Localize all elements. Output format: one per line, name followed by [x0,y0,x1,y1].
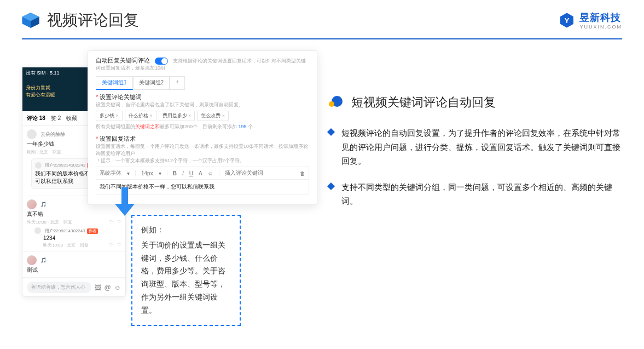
underline-icon[interactable]: U [189,170,193,176]
comment-text: 真不错 [27,210,121,218]
avatar [27,199,37,209]
comment-text: 测试 [27,266,121,274]
reply-desc: 设置回复话术，每回复一个用户评论只发送一条话术，最多支持设置10条不同话术，按添… [96,143,309,157]
italic-icon[interactable]: I [182,170,184,176]
avatar [34,227,41,234]
example-heading: 例如： [141,224,231,237]
svg-text:Y: Y [565,16,570,25]
brand-sub: YUUXIN.COM [579,24,622,30]
keyword-desc: 设置关键词，当评论里内容包含了以下关键词，则系统可自动回复。 [96,101,309,108]
keyword-hint: 所有关键词组里的关键词之和最多可添加200个，目前剩余可添加 195 个 [96,123,309,130]
brand-logo: Y 昱新科技 YUUXIN.COM [559,11,622,30]
tab-comments[interactable]: 评论 18 [27,115,45,122]
cube-logo-icon [22,13,39,28]
hex-logo-icon: Y [559,12,575,28]
tab-add[interactable]: + [170,76,185,90]
avatar [27,255,37,265]
tab-group-1[interactable]: 关键词组1 [96,76,133,90]
mention-icon[interactable]: @ [105,284,111,291]
tab-fav[interactable]: 收藏 [66,115,77,122]
keyword-label: 设置评论关键词 [96,93,309,101]
svg-point-8 [329,101,334,107]
tab-likes[interactable]: 赞 2 [51,115,61,122]
keyword-chip[interactable]: 什么价格 [125,111,156,121]
emoji-icon[interactable]: ☺ [208,170,213,176]
keyword-chip[interactable]: 多少钱 [96,111,123,121]
reply-avatar [35,162,42,169]
editor-toolbar: 系统字体▾ 14px▾ B I U A ☺ 插入评论关键词 🗑 [96,167,309,180]
image-icon[interactable]: 🖼 [95,284,101,291]
insert-keyword-button[interactable]: 插入评论关键词 [225,169,263,177]
bullet-icon [328,95,344,110]
settings-panel: 自动回复关键词评论 支持根据评论的关键词设置回复话术，可以针对不同类型关键词设置… [88,50,317,205]
auto-reply-toggle[interactable] [155,58,168,65]
point-text: 短视频评论的自动回复设置，为了提升作者的评论回复效率，在系统中针对常见的评论用户… [341,126,622,168]
section-title: 短视频关键词评论自动回复 [351,94,496,111]
font-select[interactable]: 系统字体 [100,169,121,177]
page-title: 视频评论回复 [47,10,139,31]
point-text: 支持不同类型的关键词分组，同一类问题，可设置多个相近的、高频的关键词。 [341,180,622,208]
comment-user: 🎵 [40,202,47,207]
panel-title: 自动回复关键词评论 [96,57,150,64]
keyword-chips: 多少钱 什么价格 费用是多少 怎么收费 [96,111,309,121]
comment-user: 云朵的赫赫 [40,131,65,137]
author-badge: 作者 [87,228,98,234]
reply-tip: ！提示：一个富文本框最多支持512个字符，一个汉字占用2个字符。 [96,157,309,164]
comment-input-bar: 善语结善缘，恶言伤人心 🖼 @ ☺ [22,278,125,296]
diamond-bullet-icon [327,128,335,136]
heart-icon[interactable]: ♡ ♡ [109,242,121,248]
bold-icon[interactable]: B [173,170,177,176]
svg-rect-5 [121,187,128,204]
avatar [27,129,37,139]
keyword-chip[interactable]: 费用是多少 [159,111,195,121]
reply-label: 设置回复话术 [96,135,309,143]
arrow-down-icon [115,187,135,218]
svg-marker-6 [115,204,135,216]
tab-group-2[interactable]: 关键词组2 [133,76,170,90]
delete-icon[interactable]: 🗑 [300,170,305,176]
heart-icon[interactable]: ♡ ♡ [109,219,121,225]
comment-user: 🎵 [40,258,47,263]
emoji-icon[interactable]: ☺ [114,284,121,291]
comment-input[interactable]: 善语结善缘，恶言伤人心 [27,282,91,293]
color-icon[interactable]: A [199,170,202,176]
example-box: 例如： 关于询价的设置成一组关键词，多少钱、什么价格，费用多少等。关于咨询班型、… [131,215,241,326]
comment-item: 🎵 测试 [22,252,125,278]
brand-name: 昱新科技 [579,11,622,24]
example-body: 关于询价的设置成一组关键词，多少钱、什么价格，费用多少等。关于咨询班型、版本、型… [141,239,231,317]
diamond-bullet-icon [327,182,335,190]
keyword-chip[interactable]: 怎么收费 [197,111,229,121]
size-select[interactable]: 14px [141,170,153,176]
